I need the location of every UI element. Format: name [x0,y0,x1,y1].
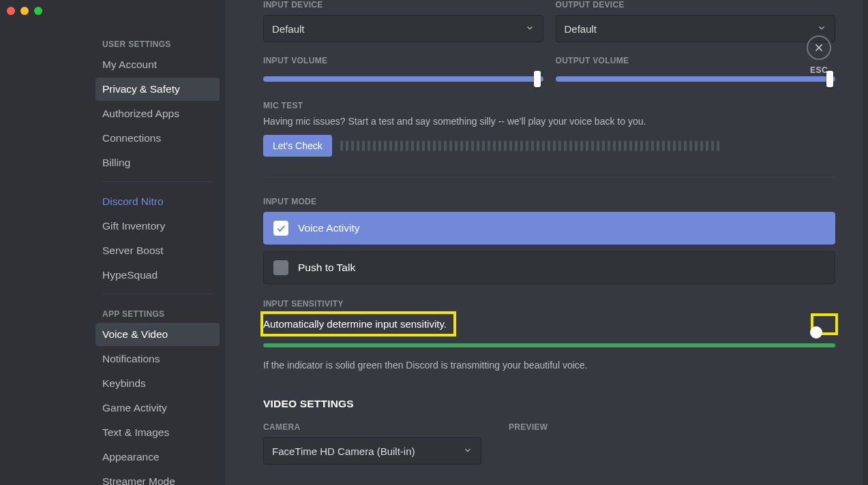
mic-test-button[interactable]: Let's Check [263,135,332,157]
sidebar-item-billing[interactable]: Billing [95,151,220,174]
sidebar-item-privacy-safety[interactable]: Privacy & Safety [95,78,220,101]
select-output-device-value: Default [565,23,597,35]
option-voice-activity[interactable]: Voice Activity [263,212,835,245]
section-title-video: VIDEO SETTINGS [263,398,835,410]
divider [263,177,835,178]
main-content: INPUT DEVICE Default OUTPUT DEVICE Defau… [225,0,863,485]
minimize-window-icon[interactable] [20,7,29,15]
select-input-device-value: Default [272,23,305,35]
camera-preview [509,437,618,451]
label-output-volume: OUTPUT VOLUME [556,56,836,65]
label-preview: PREVIEW [509,422,618,432]
sidebar-divider [102,181,213,182]
sidebar-item-text-images[interactable]: Text & Images [95,421,220,444]
sidebar-item-voice-video[interactable]: Voice & Video [95,323,220,346]
sidebar-header-user: USER SETTINGS [95,33,220,53]
close-settings-button[interactable] [807,35,831,60]
sidebar-item-streamer-mode[interactable]: Streamer Mode [95,470,220,485]
sidebar-item-game-activity[interactable]: Game Activity [95,396,220,420]
chevron-down-icon [463,445,473,457]
settings-sidebar: USER SETTINGS My Account Privacy & Safet… [0,0,225,485]
label-camera: CAMERA [263,422,481,432]
option-push-to-talk[interactable]: Push to Talk [263,251,835,284]
select-camera[interactable]: FaceTime HD Camera (Built-in) [263,437,481,465]
checkbox-empty-icon [273,260,288,275]
esc-label: ESC [810,65,828,75]
checkbox-checked-icon [273,221,288,236]
select-camera-value: FaceTime HD Camera (Built-in) [272,445,415,457]
window-controls [7,7,42,15]
sidebar-item-connections[interactable]: Connections [95,127,220,150]
fullscreen-window-icon[interactable] [34,7,42,15]
chevron-down-icon [817,23,826,35]
sensitivity-indicator [263,343,835,347]
close-window-icon[interactable] [7,7,15,15]
sidebar-item-keybinds[interactable]: Keybinds [95,372,220,395]
slider-output-volume[interactable] [556,71,836,87]
select-output-device[interactable]: Default [556,15,836,42]
sidebar-item-appearance[interactable]: Appearance [95,445,220,469]
sensitivity-description: If the indicator is solid green then Dis… [263,360,835,371]
label-input-device: INPUT DEVICE [263,0,543,10]
sidebar-item-authorized-apps[interactable]: Authorized Apps [95,102,220,125]
slider-input-volume[interactable] [263,71,543,87]
sidebar-item-discord-nitro[interactable]: Discord Nitro [95,190,220,213]
label-input-volume: INPUT VOLUME [263,56,543,65]
sidebar-item-notifications[interactable]: Notifications [95,347,220,371]
scrollbar-gutter [863,0,868,485]
auto-sensitivity-label: Automatically determine input sensitivit… [263,314,453,334]
close-settings-area: ESC [807,35,831,75]
sidebar-item-hypesquad[interactable]: HypeSquad [95,264,220,287]
label-output-device: OUTPUT DEVICE [556,0,836,10]
label-input-mode: INPUT MODE [263,197,835,206]
sidebar-divider [102,294,213,294]
label-mic-test: MIC TEST [263,101,835,110]
option-push-to-talk-label: Push to Talk [298,262,355,274]
option-voice-activity-label: Voice Activity [298,222,359,234]
sidebar-item-server-boost[interactable]: Server Boost [95,239,220,262]
sidebar-header-app: APP SETTINGS [95,302,220,323]
mic-test-description: Having mic issues? Start a test and say … [263,116,835,127]
sidebar-item-gift-inventory[interactable]: Gift Inventory [95,215,220,238]
sidebar-item-my-account[interactable]: My Account [95,53,220,76]
chevron-down-icon [525,23,535,35]
label-input-sensitivity: INPUT SENSITIVITY [263,299,835,309]
select-input-device[interactable]: Default [263,15,543,42]
mic-level-meter [340,138,835,154]
